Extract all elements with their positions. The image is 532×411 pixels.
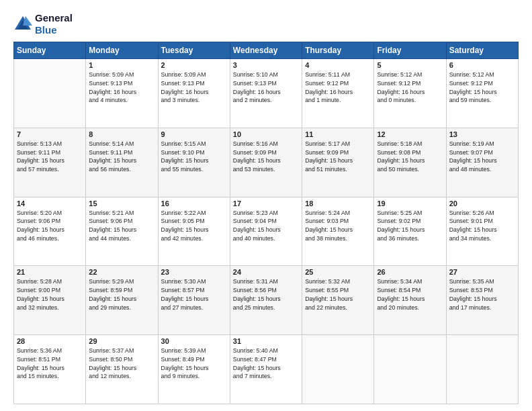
week-row-5: 28Sunrise: 5:36 AMSunset: 8:51 PMDayligh… [14,335,519,404]
day-cell: 21Sunrise: 5:28 AMSunset: 9:00 PMDayligh… [14,266,86,335]
day-cell: 6Sunrise: 5:12 AMSunset: 9:12 PMDaylight… [446,59,518,128]
day-number: 30 [161,337,227,345]
day-cell: 18Sunrise: 5:24 AMSunset: 9:03 PMDayligh… [302,197,374,266]
day-cell: 19Sunrise: 5:25 AMSunset: 9:02 PMDayligh… [374,197,446,266]
day-cell: 2Sunrise: 5:09 AMSunset: 9:13 PMDaylight… [158,59,230,128]
day-info: Sunrise: 5:28 AMSunset: 9:00 PMDaylight:… [17,277,83,312]
day-number: 13 [449,130,515,138]
col-header-tuesday: Tuesday [158,42,230,59]
day-number: 24 [233,268,299,276]
day-cell [374,335,446,404]
day-cell: 14Sunrise: 5:20 AMSunset: 9:06 PMDayligh… [14,197,86,266]
calendar: SundayMondayTuesdayWednesdayThursdayFrid… [13,42,519,404]
day-info: Sunrise: 5:37 AMSunset: 8:50 PMDaylight:… [89,347,154,381]
day-cell: 26Sunrise: 5:34 AMSunset: 8:54 PMDayligh… [374,266,446,335]
day-number: 11 [305,130,371,138]
day-number: 23 [161,268,227,276]
day-number: 4 [305,61,371,69]
day-info: Sunrise: 5:22 AMSunset: 9:05 PMDaylight:… [161,209,227,243]
day-cell: 29Sunrise: 5:37 AMSunset: 8:50 PMDayligh… [86,335,158,404]
day-cell: 23Sunrise: 5:30 AMSunset: 8:57 PMDayligh… [158,266,230,335]
day-cell: 17Sunrise: 5:23 AMSunset: 9:04 PMDayligh… [230,197,302,266]
day-info: Sunrise: 5:12 AMSunset: 9:12 PMDaylight:… [377,71,443,105]
day-number: 14 [17,199,83,208]
day-number: 7 [17,130,83,138]
day-cell: 22Sunrise: 5:29 AMSunset: 8:59 PMDayligh… [86,266,158,335]
day-cell: 15Sunrise: 5:21 AMSunset: 9:06 PMDayligh… [86,197,158,266]
week-row-3: 14Sunrise: 5:20 AMSunset: 9:06 PMDayligh… [14,197,519,266]
day-info: Sunrise: 5:34 AMSunset: 8:54 PMDaylight:… [377,277,443,312]
day-cell: 12Sunrise: 5:18 AMSunset: 9:08 PMDayligh… [374,128,446,197]
day-info: Sunrise: 5:11 AMSunset: 9:12 PMDaylight:… [305,71,371,105]
day-info: Sunrise: 5:19 AMSunset: 9:07 PMDaylight:… [449,140,515,174]
day-info: Sunrise: 5:26 AMSunset: 9:01 PMDaylight:… [449,209,515,243]
day-number: 15 [89,199,154,208]
day-number: 5 [377,61,443,69]
day-info: Sunrise: 5:36 AMSunset: 8:51 PMDaylight:… [17,347,83,381]
day-cell: 7Sunrise: 5:13 AMSunset: 9:11 PMDaylight… [14,128,86,197]
day-cell: 16Sunrise: 5:22 AMSunset: 9:05 PMDayligh… [158,197,230,266]
day-number: 6 [449,61,515,69]
day-info: Sunrise: 5:31 AMSunset: 8:56 PMDaylight:… [233,277,299,312]
day-cell: 30Sunrise: 5:39 AMSunset: 8:49 PMDayligh… [158,335,230,404]
day-cell: 8Sunrise: 5:14 AMSunset: 9:11 PMDaylight… [86,128,158,197]
day-cell: 31Sunrise: 5:40 AMSunset: 8:47 PMDayligh… [230,335,302,404]
day-info: Sunrise: 5:24 AMSunset: 9:03 PMDaylight:… [305,209,371,243]
day-info: Sunrise: 5:12 AMSunset: 9:12 PMDaylight:… [449,71,515,105]
day-info: Sunrise: 5:09 AMSunset: 9:13 PMDaylight:… [89,71,154,105]
day-cell: 25Sunrise: 5:32 AMSunset: 8:55 PMDayligh… [302,266,374,335]
day-info: Sunrise: 5:30 AMSunset: 8:57 PMDaylight:… [161,277,227,312]
day-info: Sunrise: 5:09 AMSunset: 9:13 PMDaylight:… [161,71,227,105]
logo-icon [13,15,32,34]
day-cell: 4Sunrise: 5:11 AMSunset: 9:12 PMDaylight… [302,59,374,128]
day-number: 26 [377,268,443,276]
day-number: 22 [89,268,154,276]
day-info: Sunrise: 5:39 AMSunset: 8:49 PMDaylight:… [161,347,227,381]
page: General Blue SundayMondayTuesdayWednesda… [0,0,532,411]
col-header-wednesday: Wednesday [230,42,302,59]
day-number: 18 [305,199,371,208]
day-number: 10 [233,130,299,138]
day-number: 29 [89,337,154,345]
day-number: 8 [89,130,154,138]
day-number: 3 [233,61,299,69]
day-number: 21 [17,268,83,276]
col-header-thursday: Thursday [302,42,374,59]
day-cell: 20Sunrise: 5:26 AMSunset: 9:01 PMDayligh… [446,197,518,266]
day-info: Sunrise: 5:25 AMSunset: 9:02 PMDaylight:… [377,209,443,243]
week-row-2: 7Sunrise: 5:13 AMSunset: 9:11 PMDaylight… [14,128,519,197]
day-cell: 9Sunrise: 5:15 AMSunset: 9:10 PMDaylight… [158,128,230,197]
header-row: SundayMondayTuesdayWednesdayThursdayFrid… [14,42,519,59]
svg-marker-2 [23,16,32,26]
day-cell [302,335,374,404]
day-cell: 1Sunrise: 5:09 AMSunset: 9:13 PMDaylight… [86,59,158,128]
logo: General Blue [13,12,73,36]
day-info: Sunrise: 5:15 AMSunset: 9:10 PMDaylight:… [161,140,227,174]
day-cell: 24Sunrise: 5:31 AMSunset: 8:56 PMDayligh… [230,266,302,335]
day-info: Sunrise: 5:17 AMSunset: 9:09 PMDaylight:… [305,140,371,174]
day-number: 17 [233,199,299,208]
day-info: Sunrise: 5:18 AMSunset: 9:08 PMDaylight:… [377,140,443,174]
day-number: 25 [305,268,371,276]
day-cell: 13Sunrise: 5:19 AMSunset: 9:07 PMDayligh… [446,128,518,197]
logo-text: General Blue [35,12,73,36]
day-number: 31 [233,337,299,345]
day-number: 1 [89,61,154,69]
day-cell [446,335,518,404]
day-number: 28 [17,337,83,345]
day-cell: 10Sunrise: 5:16 AMSunset: 9:09 PMDayligh… [230,128,302,197]
day-number: 9 [161,130,227,138]
col-header-monday: Monday [86,42,158,59]
day-number: 16 [161,199,227,208]
col-header-friday: Friday [374,42,446,59]
day-info: Sunrise: 5:29 AMSunset: 8:59 PMDaylight:… [89,277,154,312]
day-cell: 5Sunrise: 5:12 AMSunset: 9:12 PMDaylight… [374,59,446,128]
day-number: 27 [449,268,515,276]
week-row-1: 1Sunrise: 5:09 AMSunset: 9:13 PMDaylight… [14,59,519,128]
day-cell: 11Sunrise: 5:17 AMSunset: 9:09 PMDayligh… [302,128,374,197]
day-info: Sunrise: 5:14 AMSunset: 9:11 PMDaylight:… [89,140,154,174]
day-info: Sunrise: 5:21 AMSunset: 9:06 PMDaylight:… [89,209,154,243]
day-cell: 27Sunrise: 5:35 AMSunset: 8:53 PMDayligh… [446,266,518,335]
col-header-sunday: Sunday [14,42,86,59]
week-row-4: 21Sunrise: 5:28 AMSunset: 9:00 PMDayligh… [14,266,519,335]
